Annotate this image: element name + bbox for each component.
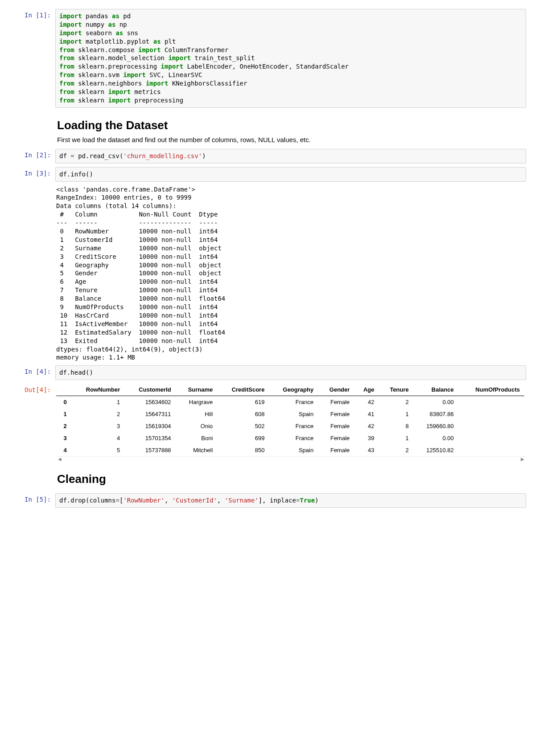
empty-prompt (9, 185, 55, 362)
output-cell-3: <class 'pandas.core.frame.DataFrame'> Ra… (9, 185, 526, 362)
table-header: CreditScore (217, 384, 269, 396)
table-cell: 4 (71, 432, 125, 444)
markdown-body: Loading the Dataset First we load the da… (55, 111, 526, 145)
table-cell: Female (318, 444, 354, 456)
table-cell: 41 (354, 408, 379, 420)
table-cell: 159660.80 (413, 420, 458, 432)
code-cell-4: In [4]: df.head() (9, 365, 526, 380)
markdown-body: Cleaning (55, 465, 526, 490)
code-cell-2: In [2]: df = pd.read_csv('churn_modellin… (9, 149, 526, 163)
table-cell: 608 (217, 408, 269, 420)
table-cell (458, 420, 524, 432)
table-cell: 0.00 (413, 432, 458, 444)
table-cell: Boni (176, 432, 218, 444)
in-prompt-3: In [3]: (9, 167, 55, 182)
table-cell: Mitchell (176, 444, 218, 456)
table-cell: 42 (354, 420, 379, 432)
code-4-src: df.head() (59, 368, 522, 377)
table-cell: 619 (217, 396, 269, 409)
table-cell: 15701354 (124, 432, 175, 444)
table-cell: 1 (379, 432, 413, 444)
table-cell: France (269, 432, 318, 444)
table-cell: 125510.82 (413, 444, 458, 456)
in-prompt-5: In [5]: (9, 493, 55, 508)
markdown-cell-loading: Loading the Dataset First we load the da… (9, 111, 526, 145)
table-cell: 39 (354, 432, 379, 444)
code-input-2[interactable]: df = pd.read_csv('churn_modelling.csv') (55, 149, 526, 163)
table-cell: Hill (176, 408, 218, 420)
table-cell: 3 (71, 420, 125, 432)
table-cell (458, 396, 524, 409)
table-cell: 2 (379, 396, 413, 409)
table-header: Surname (176, 384, 218, 396)
table-row: 1215647311Hill608SpainFemale41183807.86 (56, 408, 524, 420)
table-cell: 850 (217, 444, 269, 456)
table-cell (458, 432, 524, 444)
code-5-src: df.drop(columns=['RowNumber', 'CustomerI… (59, 496, 522, 505)
table-row: 0115634602Hargrave619FranceFemale4220.00 (56, 396, 524, 409)
para-loading: First we load the dataset and find out t… (57, 136, 524, 143)
table-header: NumOfProducts (458, 384, 524, 396)
table-header: Geography (269, 384, 318, 396)
table-cell: 1 (71, 396, 125, 409)
scroll-left-icon: ◀ (56, 457, 63, 462)
table-row: 2315619304Onio502FranceFemale428159660.8… (56, 420, 524, 432)
table-header: Balance (413, 384, 458, 396)
table-cell: Spain (269, 444, 318, 456)
table-cell: 83807.86 (413, 408, 458, 420)
code-cell-1: In [1]: import pandas as pd import numpy… (9, 9, 526, 108)
table-cell: France (269, 396, 318, 409)
code-3-src: df.info() (59, 170, 522, 179)
table-cell: 15634602 (124, 396, 175, 409)
output-4: RowNumberCustomerIdSurnameCreditScoreGeo… (55, 384, 526, 462)
table-cell: 15737888 (124, 444, 175, 456)
table-cell: Female (318, 432, 354, 444)
table-cell: Onio (176, 420, 218, 432)
table-cell: 15619304 (124, 420, 175, 432)
table-header: Gender (318, 384, 354, 396)
table-cell: Female (318, 420, 354, 432)
table-header: RowNumber (71, 384, 125, 396)
scroll-right-icon: ▶ (519, 457, 526, 462)
code-input-5[interactable]: df.drop(columns=['RowNumber', 'CustomerI… (55, 493, 526, 508)
table-cell: Female (318, 408, 354, 420)
markdown-cell-cleaning: Cleaning (9, 465, 526, 490)
table-cell: France (269, 420, 318, 432)
table-cell: 2 (379, 444, 413, 456)
table-cell (458, 408, 524, 420)
table-cell: 42 (354, 396, 379, 409)
table-header: Tenure (379, 384, 413, 396)
empty-prompt (9, 465, 55, 490)
in-prompt-4: In [4]: (9, 365, 55, 380)
code-1-src: import pandas as pd import numpy as np i… (59, 12, 522, 105)
heading-cleaning: Cleaning (57, 472, 524, 486)
table-cell: 43 (354, 444, 379, 456)
output-cell-4: Out[4]: RowNumberCustomerIdSurnameCredit… (9, 384, 526, 462)
code-input-1[interactable]: import pandas as pd import numpy as np i… (55, 9, 526, 108)
table-header: Age (354, 384, 379, 396)
code-cell-5: In [5]: df.drop(columns=['RowNumber', 'C… (9, 493, 526, 508)
dataframe-table: RowNumberCustomerIdSurnameCreditScoreGeo… (56, 384, 524, 456)
table-cell: 0.00 (413, 396, 458, 409)
table-cell: 502 (217, 420, 269, 432)
table-cell: 699 (217, 432, 269, 444)
info-output: <class 'pandas.core.frame.DataFrame'> Ra… (56, 185, 526, 362)
table-cell: 1 (379, 408, 413, 420)
code-input-3[interactable]: df.info() (55, 167, 526, 182)
dataframe-scroll[interactable]: RowNumberCustomerIdSurnameCreditScoreGeo… (56, 384, 526, 457)
table-cell: 15647311 (124, 408, 175, 420)
table-cell (458, 444, 524, 456)
code-2-src: df = pd.read_csv('churn_modelling.csv') (59, 152, 522, 160)
table-cell: 2 (71, 408, 125, 420)
empty-prompt (9, 111, 55, 145)
out-prompt-4: Out[4]: (9, 384, 55, 462)
scroll-indicator: ◀ ▶ (56, 457, 526, 462)
table-cell: 5 (71, 444, 125, 456)
code-input-4[interactable]: df.head() (55, 365, 526, 380)
table-row: 3415701354Boni699FranceFemale3910.00 (56, 432, 524, 444)
table-row: 4515737888Mitchell850SpainFemale43212551… (56, 444, 524, 456)
table-cell: 8 (379, 420, 413, 432)
heading-loading: Loading the Dataset (57, 119, 524, 132)
in-prompt-2: In [2]: (9, 149, 55, 163)
output-3: <class 'pandas.core.frame.DataFrame'> Ra… (55, 185, 526, 362)
